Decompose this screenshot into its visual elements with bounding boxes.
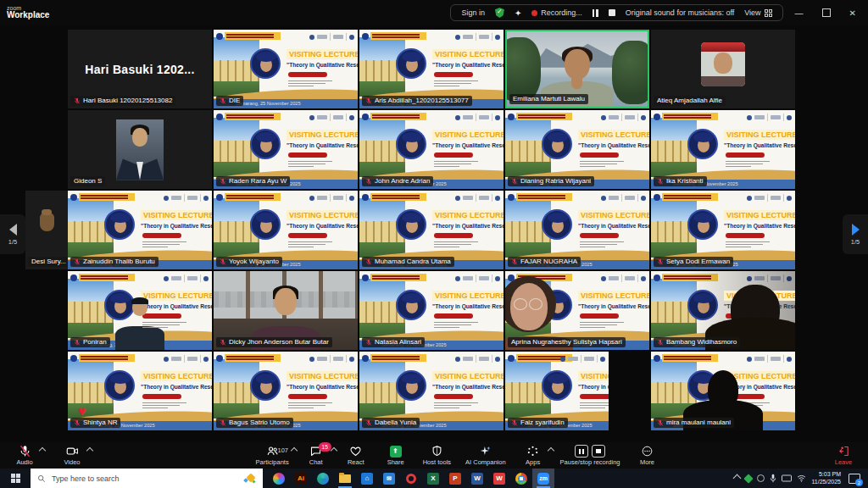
- maximize-button[interactable]: [822, 8, 831, 17]
- participant-tile[interactable]: VISITING LECTURE"Theory in Qualitative R…: [214, 352, 358, 430]
- muted-mic-icon: [74, 419, 81, 426]
- participant-name-label: Dabella Yunia: [362, 418, 420, 428]
- sign-in-button[interactable]: Sign in: [461, 8, 485, 17]
- more-button[interactable]: More: [634, 445, 659, 466]
- participant-tile[interactable]: VISITING LECTURE"Theory in Qualitative R…: [651, 110, 795, 189]
- participant-tile[interactable]: Emiliana Martuti Lawalu: [505, 30, 649, 108]
- titlebar-status-cluster: Sign in ✦ Recording... Original sound fo…: [450, 4, 782, 21]
- participant-tile[interactable]: Atieq Amjadallah Alfie: [651, 30, 795, 108]
- host-tools-button[interactable]: Host tools: [423, 445, 451, 466]
- original-sound-toggle[interactable]: Original sound for musicians: off: [626, 8, 734, 17]
- stop-recording-button[interactable]: [609, 9, 615, 16]
- taskbar-icon-store[interactable]: ⌂: [356, 469, 378, 488]
- chevron-up-icon[interactable]: [39, 447, 46, 454]
- taskbar-icon-word[interactable]: W: [466, 469, 488, 488]
- participant-tile[interactable]: VISITING LECTURE"Theory in Qualitative R…: [505, 352, 609, 430]
- taskbar-icon-file-explorer[interactable]: [334, 469, 356, 488]
- start-button[interactable]: [0, 469, 31, 488]
- participant-tile[interactable]: VISITING LECTURE"Theory in Qualitative R…: [214, 110, 358, 189]
- pause-stop-button[interactable]: Pause/stop recording: [560, 445, 620, 466]
- video-button[interactable]: Video: [59, 445, 85, 466]
- participant-tile[interactable]: VISITING LECTURE"Theory in Qualitative R…: [359, 30, 504, 108]
- poster-detail-lines: [580, 322, 624, 330]
- poster-header-banner: [70, 274, 135, 281]
- chat-button[interactable]: Chat15: [303, 445, 329, 466]
- participant-tile[interactable]: VISITING LECTURE"Theory in Qualitative R…: [214, 30, 358, 108]
- tray-keyboard-icon[interactable]: [782, 474, 792, 482]
- pause-recording-button[interactable]: [593, 9, 598, 17]
- participant-name-label: Atieq Amjadallah Alfie: [654, 96, 726, 106]
- pause-recording-icon[interactable]: [575, 445, 588, 458]
- poster-subtitle: "Theory in Qualitative Research": [432, 223, 504, 229]
- speaker-name-badge: [434, 152, 473, 158]
- windows-taskbar: Type here to search Ai⌂✉XPWWzm 5:03 PM: [0, 469, 868, 488]
- muted-mic-icon: [74, 97, 81, 104]
- taskbar-icon-excel[interactable]: X: [422, 469, 444, 488]
- taskbar-search-input[interactable]: Type here to search: [31, 469, 263, 488]
- leave-button[interactable]: Leave: [831, 445, 856, 466]
- tray-expand-icon[interactable]: [733, 474, 742, 483]
- previous-page-button[interactable]: 1/5: [0, 214, 25, 254]
- muted-mic-icon: [220, 97, 226, 104]
- university-crest-icon: [362, 33, 369, 40]
- taskbar-icon-filmora[interactable]: W: [488, 469, 510, 488]
- tray-app-icon[interactable]: [757, 474, 765, 482]
- system-tray: 5:03 PM 11/25/2025 2: [734, 469, 868, 488]
- participant-tile[interactable]: Dicky Jhon Anderson Butar Butar: [214, 271, 358, 350]
- participant-tile[interactable]: VISITING LECTURE"Theory in Qualitative R…: [214, 191, 358, 269]
- taskbar-icon-chrome[interactable]: [510, 469, 532, 488]
- view-button[interactable]: View: [744, 8, 771, 17]
- meeting-toolbar: AudioVideo Participants107Chat15ReactSha…: [0, 442, 868, 469]
- stop-recording-icon[interactable]: [592, 445, 605, 458]
- poster-subtitle: "Theory in Qualitative Research": [432, 384, 504, 390]
- ai-companion-button[interactable]: AI Companion: [465, 445, 506, 466]
- taskbar-icon-copilot[interactable]: [268, 469, 290, 488]
- security-shield-icon[interactable]: [495, 8, 504, 18]
- participant-tile[interactable]: VISITING LECTURE"Theory in Qualitative R…: [651, 191, 795, 269]
- taskbar-icon-edge[interactable]: [312, 469, 334, 488]
- participant-tile[interactable]: Hari Basuki 1202...Hari Basuki 120201255…: [68, 30, 212, 108]
- partner-logos: [601, 114, 646, 121]
- participant-tile[interactable]: VISITING LECTURE"Theory in Qualitative R…: [68, 191, 212, 269]
- participant-tile[interactable]: VISITING LECTURE"Theory in Qualitative R…: [68, 352, 212, 430]
- speaker-photo: [396, 129, 426, 159]
- participant-tile[interactable]: Desi Sury...: [25, 191, 68, 269]
- participant-tile[interactable]: VISITING LECTURE"Theory in Qualitative R…: [359, 110, 504, 189]
- ai-sparkle-icon[interactable]: ✦: [515, 8, 521, 18]
- taskbar-icon-opera[interactable]: [400, 469, 422, 488]
- participant-tile[interactable]: VISITING LECTURE"Theory in Qualitative R…: [651, 271, 795, 350]
- chevron-up-icon[interactable]: [290, 447, 297, 454]
- audio-button[interactable]: Audio: [12, 445, 37, 466]
- minimize-button[interactable]: —: [795, 8, 804, 18]
- tray-antivirus-icon[interactable]: [744, 474, 754, 483]
- muted-mic-icon: [365, 258, 372, 265]
- participant-tile[interactable]: VISITING LECTURE"Theory in Qualitative R…: [359, 271, 504, 350]
- apps-label: Apps: [526, 458, 540, 466]
- chevron-up-icon[interactable]: [330, 447, 337, 454]
- react-button[interactable]: React: [343, 445, 369, 466]
- speaker-photo: [104, 209, 135, 240]
- taskbar-icon-powerpoint[interactable]: P: [444, 469, 466, 488]
- taskbar-clock[interactable]: 5:03 PM 11/25/2025: [811, 471, 841, 486]
- participant-tile[interactable]: VISITING LECTURE"Theory in Qualitative R…: [359, 191, 504, 269]
- tray-mic-icon[interactable]: [770, 474, 776, 483]
- taskbar-icon-zoom[interactable]: zm: [532, 469, 554, 488]
- taskbar-icon-illustrator[interactable]: Ai: [290, 469, 312, 488]
- participant-tile[interactable]: VISITING LECTURE"Theory in Qualitative R…: [505, 271, 649, 350]
- share-button[interactable]: Share: [383, 445, 409, 466]
- participant-tile[interactable]: VISITING LECTURE"Theory in Qualitative R…: [651, 352, 795, 430]
- participants-button[interactable]: Participants107: [256, 445, 289, 466]
- participant-tile[interactable]: VISITING LECTURE"Theory in Qualitative R…: [505, 110, 649, 189]
- apps-button[interactable]: Apps: [520, 445, 546, 466]
- participant-tile[interactable]: Gideon S: [68, 110, 212, 189]
- taskbar-icon-mail[interactable]: ✉: [378, 469, 400, 488]
- next-page-button[interactable]: 1/5: [843, 214, 868, 254]
- participant-tile[interactable]: VISITING LECTURE"Theory in Qualitative R…: [68, 271, 212, 350]
- tray-wifi-icon[interactable]: [797, 474, 806, 482]
- participant-tile[interactable]: VISITING LECTURE"Theory in Qualitative R…: [359, 352, 504, 430]
- close-button[interactable]: ✕: [849, 8, 856, 18]
- participant-tile[interactable]: VISITING LECTURE"Theory in Qualitative R…: [505, 191, 649, 269]
- notification-center-button[interactable]: 2: [846, 469, 863, 488]
- partner-logos: [164, 194, 209, 202]
- chevron-up-icon[interactable]: [547, 447, 554, 454]
